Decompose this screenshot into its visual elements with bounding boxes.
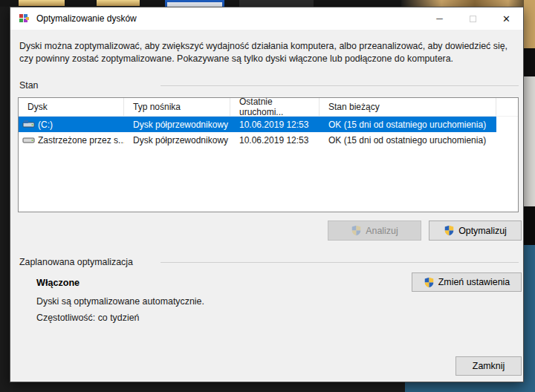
defrag-app-icon: [19, 13, 30, 24]
drives-table[interactable]: Dysk Typ nośnika Ostatnie uruchomi... St…: [18, 97, 519, 212]
uac-shield-icon: [424, 277, 435, 288]
close-button[interactable]: ✕: [490, 7, 523, 30]
table-row[interactable]: Zastrzeżone przez s... Dysk półprzewodni…: [19, 132, 496, 148]
media-type: Dysk półprzewodnikowy: [124, 132, 230, 148]
background-folder-icon: [97, 0, 140, 6]
column-header-current-status[interactable]: Stan bieżący: [320, 98, 496, 116]
analyze-button-label: Analizuj: [366, 226, 398, 236]
schedule-group-label: Zaplanowana optymalizacja: [19, 257, 133, 267]
close-dialog-button-label: Zamknij: [473, 361, 505, 371]
drive-name: Zastrzeżone przez s...: [38, 135, 124, 146]
maximize-icon: [470, 16, 476, 22]
window-title: Optymalizowanie dysków: [36, 13, 137, 24]
desktop-background-left: [0, 7, 10, 392]
close-icon: ✕: [502, 13, 510, 24]
column-header-last-run[interactable]: Ostatnie uruchomi...: [230, 98, 320, 116]
table-row[interactable]: (C:) Dysk półprzewodnikowy 10.06.2019 12…: [19, 117, 496, 132]
schedule-detail: Dyski są optymalizowane automatycznie.: [36, 296, 204, 307]
background-folder-icon: [19, 0, 65, 6]
column-header-filler: [496, 98, 518, 116]
wallpaper-segment: [524, 48, 535, 76]
desktop-wallpaper-right: [524, 0, 535, 392]
maximize-button: [456, 7, 490, 30]
column-header-media-type[interactable]: Typ nośnika: [124, 98, 230, 116]
change-settings-button[interactable]: Zmień ustawienia: [412, 272, 522, 292]
wallpaper-segment: [524, 76, 535, 206]
uac-shield-icon: [444, 225, 455, 236]
column-header-drive[interactable]: Dysk: [19, 98, 124, 116]
uac-shield-icon: [351, 225, 362, 236]
optimize-drives-dialog: Optymalizowanie dysków ─ ✕ Dyski można z…: [10, 7, 524, 382]
system-drive-icon: [22, 120, 35, 129]
change-settings-button-label: Zmień ustawienia: [438, 277, 510, 287]
minimize-button[interactable]: ─: [423, 7, 456, 30]
optimize-button-label: Optymalizuj: [458, 226, 507, 236]
dialog-description: Dyski można zoptymalizować, aby zwiększy…: [19, 40, 517, 65]
optimize-button[interactable]: Optymalizuj: [429, 220, 522, 241]
schedule-group-divider: [160, 262, 519, 263]
drive-icon: [22, 135, 35, 145]
drive-name: (C:): [38, 120, 53, 130]
desktop-background-bottom: [0, 382, 405, 392]
desktop-background-bottom: [405, 382, 535, 392]
wallpaper-segment: [524, 206, 535, 245]
titlebar[interactable]: Optymalizowanie dysków ─ ✕: [10, 7, 523, 30]
analyze-button: Analizuj: [328, 220, 421, 241]
media-type: Dysk półprzewodnikowy: [124, 117, 230, 132]
drives-table-header: Dysk Typ nośnika Ostatnie uruchomi... St…: [19, 98, 518, 117]
last-run: 10.06.2019 12:53: [230, 132, 320, 148]
current-status: OK (15 dni od ostatniego uruchomienia): [320, 117, 496, 132]
last-run: 10.06.2019 12:53: [230, 117, 320, 132]
current-status: OK (15 dni od ostatniego uruchomienia): [320, 132, 496, 148]
schedule-state: Włączone: [36, 278, 80, 288]
status-group-label: Stan: [19, 80, 39, 91]
minimize-icon: ─: [436, 13, 443, 24]
close-dialog-button[interactable]: Zamknij: [455, 356, 522, 376]
schedule-frequency: Częstotliwość: co tydzień: [36, 313, 139, 323]
status-group-divider: [160, 85, 519, 86]
wallpaper-segment: [524, 0, 535, 48]
